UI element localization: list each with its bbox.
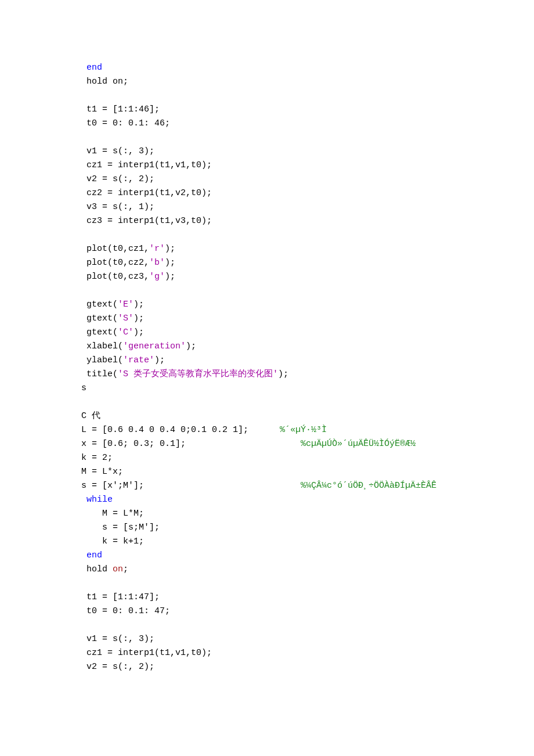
code-line: v1 = s(:, 3); — [81, 632, 482, 646]
code-segment: plot(t0,cz3, — [81, 272, 149, 282]
code-segment: %cµÄµÚÒ»´úµÄÊÜ½ÌÓýË®Æ½ — [301, 439, 416, 449]
code-segment: gtext( — [81, 327, 118, 337]
code-segment: 'r' — [149, 244, 165, 254]
code-segment: ; — [123, 564, 128, 574]
code-segment: hold on; — [81, 77, 128, 87]
code-segment: cz2 = interp1(t1,v2,t0); — [81, 188, 212, 198]
code-segment: ); — [134, 327, 144, 337]
code-line: gtext('E'); — [81, 298, 482, 312]
code-segment — [81, 495, 86, 505]
code-segment: on — [113, 564, 123, 574]
code-line: M = L*M; — [81, 507, 482, 521]
code-line: x = [0.6; 0.3; 0.1]; %cµÄµÚÒ»´úµÄÊÜ½ÌÓýË… — [81, 437, 482, 451]
code-line: end — [81, 549, 482, 563]
code-segment: 'C' — [118, 327, 134, 337]
code-segment: x = [0.6; 0.3; 0.1]; — [81, 439, 301, 449]
code-line: M = L*x; — [81, 465, 482, 479]
code-segment: ); — [134, 300, 144, 309]
code-segment: cz1 = interp1(t1,v1,t0); — [81, 648, 212, 658]
code-segment: plot(t0,cz1, — [81, 244, 149, 254]
code-line: xlabel('generation'); — [81, 340, 482, 354]
code-segment: v1 = s(:, 3); — [81, 634, 154, 644]
code-line: t0 = 0: 0.1: 47; — [81, 604, 482, 618]
code-segment: s — [81, 383, 86, 393]
code-line: cz1 = interp1(t1,v1,t0); — [81, 159, 482, 172]
code-segment: hold — [81, 564, 113, 574]
code-line: s = [s;M']; — [81, 521, 482, 535]
code-line: while — [81, 493, 482, 507]
code-segment: plot(t0,cz2, — [81, 258, 149, 268]
code-segment: t0 = 0: 0.1: 47; — [81, 606, 170, 616]
code-segment: 'b' — [149, 258, 165, 268]
code-segment: 'rate' — [123, 355, 154, 365]
code-segment: ); — [154, 355, 165, 365]
code-line: cz3 = interp1(t1,v3,t0); — [81, 214, 482, 228]
code-line — [81, 228, 482, 242]
code-line — [81, 395, 482, 409]
code-segment: v1 = s(:, 3); — [81, 146, 154, 156]
code-line: cz2 = interp1(t1,v2,t0); — [81, 186, 482, 200]
code-line: cz1 = interp1(t1,v1,t0); — [81, 646, 482, 660]
code-line: plot(t0,cz3,'g'); — [81, 270, 482, 284]
code-line: v2 = s(:, 2); — [81, 660, 482, 674]
code-line: t0 = 0: 0.1: 46; — [81, 117, 482, 131]
code-segment: title( — [81, 369, 118, 379]
code-line: s — [81, 381, 482, 395]
code-line: hold on; — [81, 75, 482, 89]
code-line — [81, 284, 482, 298]
code-segment: end — [86, 550, 102, 560]
code-line: end — [81, 61, 482, 75]
code-segment: 'S' — [118, 314, 134, 323]
code-segment: M = L*x; — [81, 467, 123, 477]
code-line: gtext('S'); — [81, 312, 482, 326]
code-line — [81, 618, 482, 632]
code-segment: t1 = [1:1:47]; — [81, 592, 160, 602]
code-segment: L = [0.6 0.4 0 0.4 0;0.1 0.2 1]; — [81, 425, 280, 435]
code-segment: t1 = [1:1:46]; — [81, 105, 160, 114]
code-segment: xlabel( — [81, 341, 123, 351]
code-segment: ); — [165, 244, 175, 254]
code-segment: 'S 类子女受高等教育水平比率的变化图' — [118, 369, 278, 379]
code-segment: ylabel( — [81, 355, 123, 365]
code-segment: end — [86, 63, 102, 73]
code-segment: s = [x';M']; — [81, 481, 301, 491]
code-line: k = k+1; — [81, 535, 482, 549]
code-line: ylabel('rate'); — [81, 354, 482, 368]
code-page: end hold on; t1 = [1:1:46]; t0 = 0: 0.1:… — [0, 0, 534, 709]
code-segment — [81, 63, 86, 73]
code-line: s = [x';M']; %¼ÇÂ¼c°ó´úÖÐ¸÷ÖÖÀàÐÍµÄ±ÈÂÊ — [81, 479, 482, 493]
code-segment: 'g' — [149, 272, 165, 282]
code-line: L = [0.6 0.4 0 0.4 0;0.1 0.2 1]; %´«µÝ·½… — [81, 423, 482, 437]
code-line — [81, 577, 482, 591]
code-segment: 'E' — [118, 300, 134, 309]
code-line: v1 = s(:, 3); — [81, 145, 482, 159]
code-line: t1 = [1:1:46]; — [81, 103, 482, 117]
code-line: v2 = s(:, 2); — [81, 172, 482, 186]
code-segment: cz1 = interp1(t1,v1,t0); — [81, 160, 212, 170]
code-line: v3 = s(:, 1); — [81, 200, 482, 214]
code-segment: ); — [278, 369, 288, 379]
code-segment: gtext( — [81, 314, 118, 323]
code-line: C 代 — [81, 409, 482, 423]
code-segment: ); — [134, 314, 144, 323]
code-segment: t0 = 0: 0.1: 46; — [81, 118, 170, 128]
code-line — [81, 89, 482, 103]
code-line: plot(t0,cz1,'r'); — [81, 242, 482, 256]
code-line: gtext('C'); — [81, 326, 482, 340]
code-line: k = 2; — [81, 451, 482, 465]
code-segment: v2 = s(:, 2); — [81, 174, 154, 184]
code-segment — [81, 550, 86, 560]
code-segment: while — [86, 495, 113, 505]
code-segment: v3 = s(:, 1); — [81, 202, 154, 212]
code-segment: %´«µÝ·½³Ì — [280, 425, 327, 435]
code-segment: ); — [165, 272, 175, 282]
code-segment: ); — [186, 341, 196, 351]
code-segment: C 代 — [81, 411, 100, 421]
code-segment: k = 2; — [81, 453, 113, 463]
code-segment: ); — [165, 258, 175, 268]
code-segment: %¼ÇÂ¼c°ó´úÖÐ¸÷ÖÖÀàÐÍµÄ±ÈÂÊ — [301, 481, 436, 491]
code-segment: M = L*M; — [81, 509, 144, 519]
code-line: plot(t0,cz2,'b'); — [81, 256, 482, 270]
code-segment: gtext( — [81, 300, 118, 309]
code-segment: cz3 = interp1(t1,v3,t0); — [81, 216, 212, 226]
